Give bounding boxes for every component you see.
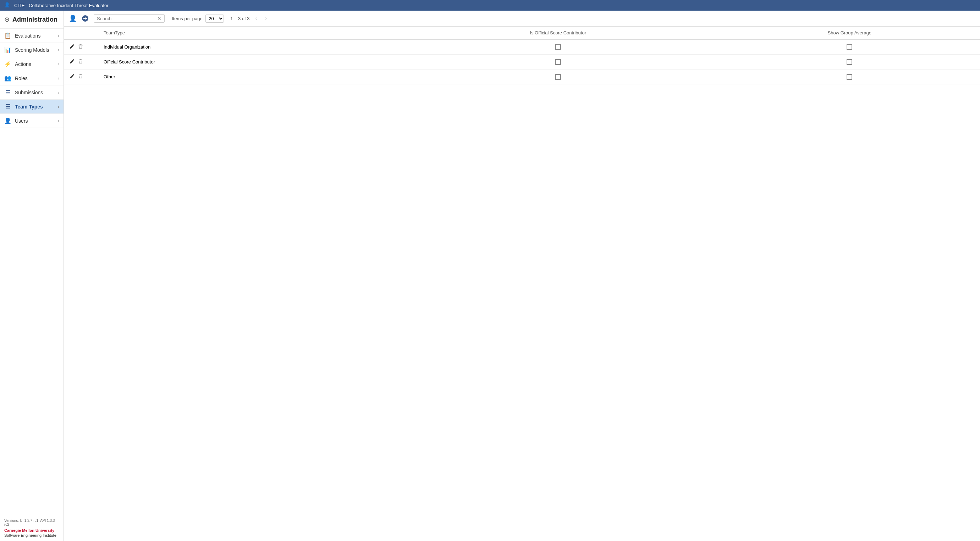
search-wrapper: ✕	[94, 14, 165, 23]
edit-icon	[70, 74, 75, 79]
sidebar-item-label: Roles	[15, 76, 58, 81]
is-official-cell	[397, 55, 719, 70]
add-button[interactable]	[80, 13, 90, 24]
evaluations-icon: 📋	[4, 32, 11, 39]
delete-icon	[78, 59, 83, 64]
roles-icon: 👥	[4, 75, 11, 81]
is-official-cell	[397, 40, 719, 55]
sidebar-title: Administration	[13, 16, 57, 24]
edit-button[interactable]	[69, 58, 75, 66]
toolbar: 👤 ✕ Items per page: 10 20 50 100	[64, 11, 980, 27]
show-group-cell	[719, 40, 980, 55]
row-actions-cell	[64, 55, 99, 70]
table-row: Official Score Contributor	[64, 55, 980, 70]
app-title: CITE - Collaborative Incident Threat Eva…	[14, 3, 108, 8]
sidebar: ⊖ Administration 📋 Evaluations › 📊 Scori…	[0, 11, 64, 541]
chevron-right-icon: ›	[58, 62, 59, 67]
actions-icon: ⚡	[4, 60, 11, 67]
col-actions	[64, 27, 99, 40]
version-text: Versions: UI 1.3.7-rc1, API 1.3.3-rc2	[4, 519, 59, 527]
topbar-user-icon: 👤	[4, 2, 11, 8]
is-official-cell	[397, 70, 719, 84]
sidebar-footer: Versions: UI 1.3.7-rc1, API 1.3.3-rc2 Ca…	[0, 515, 64, 541]
scoring-models-icon: 📊	[4, 46, 11, 53]
is-official-checkbox	[555, 59, 561, 65]
table-wrapper: TeamType Is Official Score Contributor S…	[64, 27, 980, 541]
delete-button[interactable]	[77, 73, 84, 81]
sidebar-item-actions[interactable]: ⚡ Actions ›	[0, 57, 64, 71]
pagination-next-button[interactable]: ›	[263, 14, 269, 22]
sidebar-item-label: Scoring Models	[15, 47, 58, 53]
col-team-type: TeamType	[99, 27, 397, 40]
search-clear-button[interactable]: ✕	[156, 16, 162, 21]
delete-button[interactable]	[77, 43, 84, 51]
team-type-cell: Individual Organization	[99, 40, 397, 55]
row-actions	[69, 43, 94, 51]
items-per-page-wrapper: Items per page: 10 20 50 100	[172, 14, 224, 23]
sidebar-item-submissions[interactable]: ☰ Submissions ›	[0, 86, 64, 100]
items-per-page-label: Items per page:	[172, 16, 204, 21]
row-actions	[69, 73, 94, 81]
chevron-right-icon: ›	[58, 48, 59, 52]
show-group-checkbox	[846, 59, 852, 65]
row-actions-cell	[64, 40, 99, 55]
main-layout: ⊖ Administration 📋 Evaluations › 📊 Scori…	[0, 11, 980, 541]
sidebar-item-label: Evaluations	[15, 33, 58, 39]
cmu-name: Carnegie Mellon University	[4, 528, 59, 533]
chevron-right-icon: ›	[58, 118, 59, 124]
table-body: Individual Organization	[64, 40, 980, 84]
team-types-icon: ☰	[4, 103, 11, 110]
row-actions	[69, 58, 94, 66]
submissions-icon: ☰	[4, 89, 11, 96]
sidebar-nav: 📋 Evaluations › 📊 Scoring Models › ⚡ Act…	[0, 29, 64, 515]
sidebar-header: ⊖ Administration	[0, 11, 64, 29]
table-row: Other	[64, 70, 980, 84]
row-actions-cell	[64, 70, 99, 84]
topbar: 👤 CITE - Collaborative Incident Threat E…	[0, 0, 980, 11]
sidebar-item-label: Actions	[15, 61, 58, 67]
users-icon: 👤	[4, 117, 11, 124]
edit-button[interactable]	[69, 73, 75, 81]
sidebar-item-team-types[interactable]: ☰ Team Types ›	[0, 100, 64, 114]
chevron-right-icon: ›	[58, 76, 59, 81]
chevron-right-icon: ›	[58, 90, 59, 95]
add-icon	[82, 15, 89, 22]
admin-icon: ⊖	[4, 16, 10, 24]
show-group-cell	[719, 55, 980, 70]
is-official-checkbox	[555, 44, 561, 50]
items-per-page-select[interactable]: 10 20 50 100	[205, 14, 224, 23]
team-type-cell: Other	[99, 70, 397, 84]
chevron-right-icon: ›	[58, 104, 59, 109]
edit-icon	[70, 44, 75, 49]
sidebar-item-label: Submissions	[15, 90, 58, 95]
delete-button[interactable]	[77, 58, 84, 66]
user-icon: 👤	[69, 14, 76, 22]
col-is-official: Is Official Score Contributor	[397, 27, 719, 40]
delete-icon	[78, 44, 83, 49]
show-group-checkbox	[846, 74, 852, 80]
pagination-info: 1 – 3 of 3	[230, 16, 250, 21]
show-group-cell	[719, 70, 980, 84]
delete-icon	[78, 74, 83, 79]
sidebar-item-label: Team Types	[15, 104, 58, 109]
sidebar-item-users[interactable]: 👤 Users ›	[0, 114, 64, 128]
col-show-group: Show Group Average	[719, 27, 980, 40]
sidebar-item-label: Users	[15, 118, 58, 124]
edit-icon	[70, 59, 75, 64]
team-types-table: TeamType Is Official Score Contributor S…	[64, 27, 980, 84]
chevron-right-icon: ›	[58, 33, 59, 38]
edit-button[interactable]	[69, 43, 75, 51]
table-row: Individual Organization	[64, 40, 980, 55]
table-header: TeamType Is Official Score Contributor S…	[64, 27, 980, 40]
main-content: 👤 ✕ Items per page: 10 20 50 100	[64, 11, 980, 541]
sidebar-item-roles[interactable]: 👥 Roles ›	[0, 71, 64, 86]
team-type-cell: Official Score Contributor	[99, 55, 397, 70]
sei-name: Software Engineering Institute	[4, 533, 59, 538]
pagination-prev-button[interactable]: ‹	[253, 14, 259, 22]
is-official-checkbox	[555, 74, 561, 80]
sidebar-item-evaluations[interactable]: 📋 Evaluations ›	[0, 29, 64, 43]
search-input[interactable]	[97, 16, 156, 21]
table-header-row: TeamType Is Official Score Contributor S…	[64, 27, 980, 40]
show-group-checkbox	[846, 44, 852, 50]
sidebar-item-scoring-models[interactable]: 📊 Scoring Models ›	[0, 43, 64, 57]
